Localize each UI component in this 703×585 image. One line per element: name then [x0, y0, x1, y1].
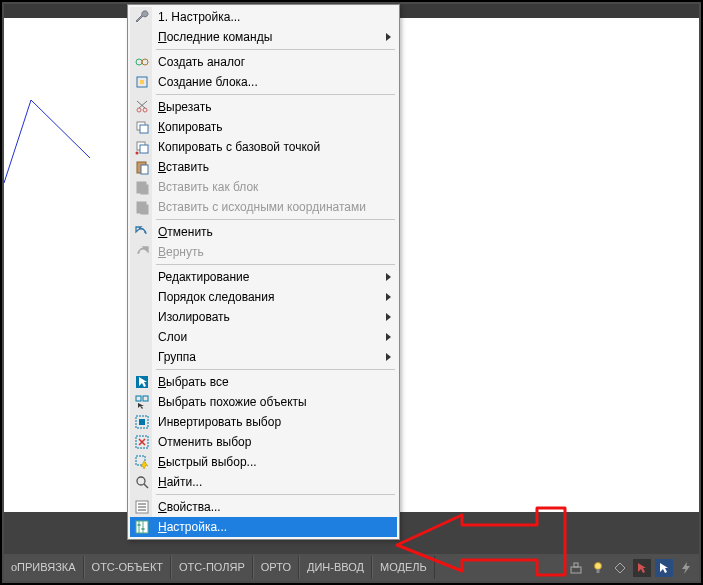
menu-label: Вставить	[158, 160, 209, 174]
menu-cancel-sel[interactable]: Отменить выбор	[130, 432, 397, 452]
select-similar-icon	[134, 394, 150, 410]
status-btn-dyn[interactable]: ДИН-ВВОД	[299, 556, 372, 579]
svg-rect-37	[138, 524, 141, 526]
menu-label: Вернуть	[158, 245, 204, 259]
tray-icon-1[interactable]	[567, 559, 585, 577]
menu-label: Группа	[158, 350, 196, 364]
menu-group[interactable]: Группа	[130, 347, 397, 367]
menu-item-1-settings[interactable]: 1. Настройка...	[130, 7, 397, 27]
status-btn-ots-polar[interactable]: ОТС-ПОЛЯР	[171, 556, 253, 579]
menu-copy-base[interactable]: Копировать с базовой точкой	[130, 137, 397, 157]
paste-orig-icon	[134, 199, 150, 215]
analog-icon	[134, 54, 150, 70]
lightning-icon[interactable]	[677, 559, 695, 577]
menu-separator	[156, 219, 395, 220]
menu-label: Выбрать похожие объекты	[158, 395, 307, 409]
submenu-arrow-icon	[386, 293, 391, 301]
menu-separator	[156, 369, 395, 370]
menu-label: Редактирование	[158, 270, 249, 284]
menu-paste[interactable]: Вставить	[130, 157, 397, 177]
pointer-select-icon[interactable]	[655, 559, 673, 577]
scissors-icon	[134, 99, 150, 115]
menu-settings[interactable]: Настройка...	[130, 517, 397, 537]
redo-icon	[134, 244, 150, 260]
svg-point-9	[143, 108, 147, 112]
menu-undo[interactable]: Отменить	[130, 222, 397, 242]
status-btn-ortho[interactable]: ОРТО	[253, 556, 299, 579]
block-icon	[134, 74, 150, 90]
menu-label: Отменить выбор	[158, 435, 251, 449]
menu-properties[interactable]: Свойства...	[130, 497, 397, 517]
menu-label: Вставить как блок	[158, 180, 258, 194]
menu-redo: Вернуть	[130, 242, 397, 262]
menu-paste-block: Вставить как блок	[130, 177, 397, 197]
quick-select-icon	[134, 454, 150, 470]
magnifier-icon	[134, 474, 150, 490]
paste-block-icon	[134, 179, 150, 195]
svg-point-8	[137, 108, 141, 112]
status-btn-ots-obj[interactable]: ОТС-ОБЪЕКТ	[84, 556, 171, 579]
menu-label: Копировать	[158, 120, 223, 134]
menu-quick-select[interactable]: Быстрый выбор...	[130, 452, 397, 472]
menu-label: Отменить	[158, 225, 213, 239]
svg-point-28	[137, 477, 145, 485]
menu-layers[interactable]: Слои	[130, 327, 397, 347]
copy-base-icon	[134, 139, 150, 155]
menu-find[interactable]: Найти...	[130, 472, 397, 492]
menu-create-block[interactable]: Создание блока...	[130, 72, 397, 92]
menu-invert-sel[interactable]: Инвертировать выбор	[130, 412, 397, 432]
svg-rect-1	[574, 563, 578, 567]
menu-order[interactable]: Порядок следования	[130, 287, 397, 307]
menu-label: Создать аналог	[158, 55, 245, 69]
cancel-selection-icon	[134, 434, 150, 450]
menu-cut[interactable]: Вырезать	[130, 97, 397, 117]
menu-select-all[interactable]: Выбрать все	[130, 372, 397, 392]
context-menu[interactable]: 1. Настройка... Последние команды Создат…	[127, 4, 400, 540]
svg-point-2	[595, 562, 602, 569]
tray-icon-3[interactable]	[611, 559, 629, 577]
svg-rect-20	[141, 205, 148, 214]
svg-point-4	[136, 59, 142, 65]
submenu-arrow-icon	[386, 353, 391, 361]
menu-paste-orig: Вставить с исходными координатами	[130, 197, 397, 217]
menu-label: Копировать с базовой точкой	[158, 140, 320, 154]
menu-create-analog[interactable]: Создать аналог	[130, 52, 397, 72]
svg-line-29	[144, 484, 148, 488]
menu-label: 1. Настройка...	[158, 10, 240, 24]
status-bar: оПРИВЯЗКА ОТС-ОБЪЕКТ ОТС-ПОЛЯР ОРТО ДИН-…	[4, 554, 699, 581]
properties-icon	[134, 499, 150, 515]
lightbulb-icon[interactable]	[589, 559, 607, 577]
menu-select-similar[interactable]: Выбрать похожие объекты	[130, 392, 397, 412]
svg-rect-23	[143, 396, 148, 401]
svg-point-14	[136, 152, 139, 155]
svg-rect-38	[142, 528, 145, 530]
menu-separator	[156, 94, 395, 95]
select-all-icon	[134, 374, 150, 390]
menu-copy[interactable]: Копировать	[130, 117, 397, 137]
invert-selection-icon	[134, 414, 150, 430]
svg-rect-16	[141, 165, 148, 174]
options-icon	[134, 519, 150, 535]
menu-label: Вырезать	[158, 100, 211, 114]
cursor-icon[interactable]	[633, 559, 651, 577]
menu-label: Свойства...	[158, 500, 221, 514]
svg-rect-3	[597, 569, 600, 573]
menu-isolate[interactable]: Изолировать	[130, 307, 397, 327]
menu-label: Выбрать все	[158, 375, 229, 389]
app-frame: оПРИВЯЗКА ОТС-ОБЪЕКТ ОТС-ПОЛЯР ОРТО ДИН-…	[0, 0, 703, 585]
undo-icon	[134, 224, 150, 240]
menu-label: Найти...	[158, 475, 202, 489]
svg-rect-11	[140, 125, 148, 133]
menu-label: Порядок следования	[158, 290, 274, 304]
status-btn-snap[interactable]: оПРИВЯЗКА	[4, 556, 84, 579]
menu-separator	[156, 494, 395, 495]
menu-label: Последние команды	[158, 30, 272, 44]
wrench-icon	[134, 9, 150, 25]
status-btn-model[interactable]: МОДЕЛЬ	[372, 556, 435, 579]
menu-edit[interactable]: Редактирование	[130, 267, 397, 287]
menu-recent-commands[interactable]: Последние команды	[130, 27, 397, 47]
menu-label: Слои	[158, 330, 187, 344]
submenu-arrow-icon	[386, 313, 391, 321]
svg-rect-18	[141, 185, 148, 194]
copy-icon	[134, 119, 150, 135]
